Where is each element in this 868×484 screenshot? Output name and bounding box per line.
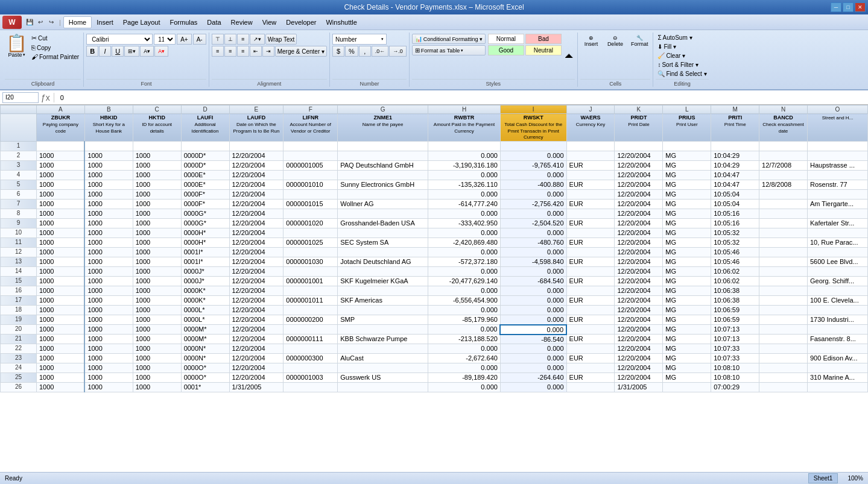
cell[interactable]	[229, 142, 284, 151]
cell[interactable]: MG	[663, 238, 711, 248]
cell[interactable]: MG	[663, 286, 711, 296]
cell[interactable]: 0000D*	[181, 161, 229, 171]
cell[interactable]	[284, 325, 338, 335]
office-button[interactable]: W	[2, 16, 22, 29]
cell[interactable]: 1000	[84, 180, 133, 190]
find-select-button[interactable]: 🔍 Find & Select ▾	[656, 70, 708, 78]
cell[interactable]	[807, 383, 867, 392]
cell[interactable]: 0000H*	[181, 228, 229, 238]
cell[interactable]: 12/20/2004	[229, 306, 284, 315]
menu-formulas[interactable]: Formulas	[165, 17, 203, 28]
cell[interactable]	[759, 344, 808, 354]
cell[interactable]: 1000	[133, 238, 181, 248]
cell[interactable]	[807, 267, 867, 277]
cell[interactable]: EUR	[566, 238, 615, 248]
cell[interactable]	[759, 335, 808, 344]
menu-review[interactable]: Review	[226, 17, 258, 28]
cell[interactable]	[807, 363, 867, 373]
cell[interactable]: 1000	[133, 171, 181, 180]
cell[interactable]: SMP	[338, 315, 428, 325]
cell[interactable]	[566, 248, 615, 257]
cell[interactable]: 1000	[84, 219, 133, 228]
cell[interactable]	[759, 363, 808, 373]
merge-center-button[interactable]: Merge & Center ▾	[275, 46, 327, 57]
cell[interactable]: 1000	[37, 315, 85, 325]
cell[interactable]: 1000	[133, 344, 181, 354]
cell[interactable]: Fasanenstr. 8...	[807, 335, 867, 344]
cell[interactable]: 1000	[84, 228, 133, 238]
cell[interactable]: 12/20/2004	[615, 238, 663, 248]
cell[interactable]: 1000	[84, 171, 133, 180]
font-color-button[interactable]: A▾	[154, 46, 168, 57]
menu-home[interactable]: Home	[63, 16, 92, 28]
cell[interactable]: 0000O*	[181, 363, 229, 373]
menu-page-layout[interactable]: Page Layout	[118, 17, 165, 28]
cell[interactable]: 10:05:32	[711, 238, 759, 248]
cell[interactable]: 12/20/2004	[229, 200, 284, 209]
cell[interactable]: 1000	[84, 161, 133, 171]
cell[interactable]: 12/20/2004	[615, 190, 663, 200]
cell[interactable]: 1000	[37, 267, 85, 277]
cell[interactable]	[759, 286, 808, 296]
cell[interactable]: 0000001005	[284, 161, 338, 171]
cell[interactable]	[284, 209, 338, 219]
cell[interactable]: EUR	[566, 277, 615, 286]
cell[interactable]: 12/20/2004	[615, 363, 663, 373]
cell[interactable]: 1000	[133, 190, 181, 200]
col-header-L[interactable]: L	[663, 105, 711, 114]
cell[interactable]: 1000	[37, 286, 85, 296]
cell[interactable]: 1000	[37, 277, 85, 286]
cell[interactable]	[338, 151, 428, 161]
cell[interactable]: 1000	[37, 383, 85, 392]
cell[interactable]: -614,777.240	[428, 200, 501, 209]
cell[interactable]: 12/7/2008	[759, 161, 808, 171]
cell[interactable]: 1/31/2005	[615, 383, 663, 392]
autosum-button[interactable]: Σ AutoSum ▾	[656, 34, 694, 42]
cell[interactable]	[566, 267, 615, 277]
wrap-text-button[interactable]: Wrap Text	[265, 34, 297, 45]
cell[interactable]: 0000001020	[284, 219, 338, 228]
cell[interactable]: 1000	[37, 180, 85, 190]
col-header-I[interactable]: I	[500, 105, 566, 114]
cell[interactable]: 12/20/2004	[229, 219, 284, 228]
cell[interactable]: -264.640	[500, 373, 566, 383]
cell[interactable]: -6,556,454.900	[428, 296, 501, 306]
cell[interactable]: 12/20/2004	[229, 344, 284, 354]
cell[interactable]: 0.000	[428, 363, 501, 373]
cell[interactable]: -480.760	[500, 238, 566, 248]
cell[interactable]	[284, 363, 338, 373]
col-header-B[interactable]: B	[84, 105, 133, 114]
cell[interactable]: 0.000	[500, 267, 566, 277]
cell[interactable]: 1000	[84, 267, 133, 277]
cell[interactable]: 1000	[133, 180, 181, 190]
cell[interactable]: 12/20/2004	[615, 257, 663, 267]
cell[interactable]: -2,672.640	[428, 354, 501, 363]
cell[interactable]: 0.000	[500, 315, 566, 325]
cell[interactable]: 12/20/2004	[229, 190, 284, 200]
fill-button[interactable]: ⬇ Fill ▾	[656, 43, 678, 51]
cell[interactable]: 10:04:29	[711, 161, 759, 171]
cell[interactable]: 10:04:47	[711, 171, 759, 180]
cell[interactable]: 12/20/2004	[229, 257, 284, 267]
cell[interactable]	[566, 325, 615, 335]
cell[interactable]: 1000	[84, 277, 133, 286]
cell[interactable]: EUR	[566, 335, 615, 344]
italic-button[interactable]: I	[99, 46, 111, 57]
cell[interactable]: Jotachi Deutschland AG	[338, 257, 428, 267]
cell[interactable]	[807, 344, 867, 354]
cell[interactable]: 1000	[37, 209, 85, 219]
cell[interactable]: 1000	[84, 151, 133, 161]
cell[interactable]: 0001I*	[181, 257, 229, 267]
cell[interactable]: 0.000	[500, 354, 566, 363]
cell[interactable]: 12/20/2004	[615, 161, 663, 171]
cell[interactable]: AluCast	[338, 354, 428, 363]
quick-redo-button[interactable]: ↪	[46, 17, 57, 27]
cell[interactable]: 12/20/2004	[615, 296, 663, 306]
cell[interactable]: 1000	[37, 344, 85, 354]
cell[interactable]: 1000	[37, 248, 85, 257]
paste-button[interactable]: 📋 Paste ▾	[5, 34, 28, 59]
cell[interactable]: 12/20/2004	[229, 209, 284, 219]
col-header-J[interactable]: J	[566, 105, 615, 114]
cell[interactable]: 900 Edison Av...	[807, 354, 867, 363]
cell[interactable]: 12/20/2004	[229, 180, 284, 190]
